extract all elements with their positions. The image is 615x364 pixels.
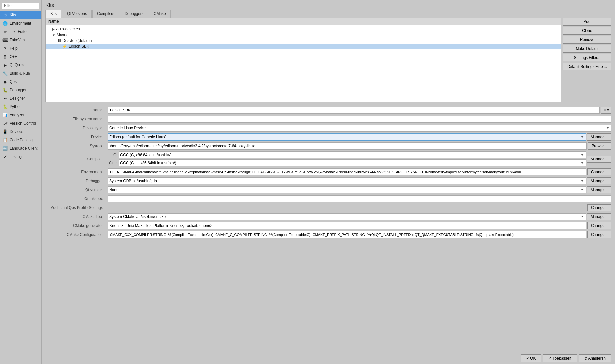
sidebar-item-language-client[interactable]: 🔤 Language Client: [0, 144, 41, 152]
fakevim-icon: ⌨: [3, 37, 8, 43]
device-type-select[interactable]: Generic Linux Device: [108, 125, 611, 132]
sidebar-item-designer[interactable]: ✒ Designer: [0, 94, 41, 102]
sysroot-browse-button[interactable]: Browse...: [588, 142, 611, 150]
text-editor-icon: ✏: [3, 29, 8, 34]
tree-item-desktop[interactable]: 🖥Desktop (default): [46, 38, 561, 44]
compiler-cpp-select[interactable]: GCC (C++, x86 64bit in /usr/bin/): [119, 159, 586, 166]
additional-qbs-label: Additional Qbs Profile Settings:: [45, 206, 106, 210]
sidebar-item-qt-quick[interactable]: ▶ Qt Quick: [0, 61, 41, 69]
sidebar-item-devices[interactable]: 📱 Devices: [0, 127, 41, 136]
sidebar-item-kits[interactable]: ⚙ Kits: [0, 11, 41, 19]
compiler-row: Compiler: C: GCC (C, x86 64bit in /usr/b…: [45, 151, 611, 166]
name-icon-button[interactable]: 🖥▾: [601, 107, 611, 114]
sysroot-input[interactable]: [108, 142, 587, 150]
cmake-config-change-button[interactable]: Change...: [587, 231, 611, 238]
cmake-config-input[interactable]: [108, 231, 586, 238]
build-run-icon: 🔧: [3, 71, 8, 76]
sidebar-item-label: Kits: [10, 13, 16, 17]
qt-mkspec-input[interactable]: [108, 195, 611, 202]
sidebar: ⚙ Kits🌐 Environment✏ Text Editor⌨ FakeVi…: [0, 0, 42, 364]
name-input[interactable]: [108, 107, 600, 114]
tab-kits[interactable]: Kits: [45, 10, 62, 18]
debugger-manage-button[interactable]: Manage...: [587, 177, 611, 184]
remove-button[interactable]: Remove: [563, 36, 611, 44]
environment-input[interactable]: [108, 168, 586, 175]
annuleren-button[interactable]: ⊘ Annuleren: [579, 354, 611, 362]
sidebar-item-analyzer[interactable]: 📊 Analyzer: [0, 111, 41, 119]
tree-item-manual[interactable]: ▼Manual: [46, 32, 561, 38]
sidebar-item-debugger[interactable]: 🐛 Debugger: [0, 86, 41, 94]
cmake-generator-input[interactable]: [108, 222, 586, 229]
devices-icon: 📱: [3, 129, 8, 134]
sidebar-item-label: Qt Quick: [10, 63, 25, 67]
cmake-generator-change-button[interactable]: Change...: [587, 222, 611, 229]
qt-version-label: Qt version:: [45, 188, 106, 192]
filter-input[interactable]: [2, 3, 39, 9]
add-button[interactable]: Add: [563, 18, 611, 26]
filesystem-name-input[interactable]: [108, 116, 611, 123]
qt-version-manage-button[interactable]: Manage...: [587, 186, 611, 193]
settings-filter-button[interactable]: Settings Filter...: [563, 54, 611, 61]
compiler-c-label: C:: [108, 153, 117, 157]
sidebar-item-testing[interactable]: ✔ Testing: [0, 152, 41, 161]
tree-item-auto-detected[interactable]: ▶Auto-detected: [46, 26, 561, 32]
additional-qbs-row: Additional Qbs Profile Settings: Change.…: [45, 204, 611, 211]
toepassen-button[interactable]: ✓ Toepassen: [543, 354, 577, 362]
tree-arrow: ▼: [52, 33, 55, 37]
tab-cmake[interactable]: CMake: [149, 10, 171, 18]
sidebar-item-environment[interactable]: 🌐 Environment: [0, 19, 41, 28]
debugger-icon: 🐛: [3, 87, 8, 93]
ok-button[interactable]: ✓ OK: [521, 354, 541, 362]
qt-version-row: Qt version: None Manage...: [45, 186, 611, 193]
sidebar-item-python[interactable]: 🐍 Python: [0, 102, 41, 111]
clone-button[interactable]: Clone: [563, 27, 611, 35]
sidebar-item-label: Designer: [10, 96, 25, 101]
main-content: Kits KitsQt VersionsCompilersDebuggersCM…: [42, 0, 615, 364]
debugger-select[interactable]: System GDB at /usr/bin/gdb: [108, 177, 586, 184]
qbs-icon: ◆: [3, 79, 8, 84]
sidebar-item-label: Testing: [10, 154, 22, 159]
tree-item-label: Edison SDK: [69, 44, 89, 49]
sysroot-label: Sysroot:: [45, 144, 106, 148]
sidebar-item-text-editor[interactable]: ✏ Text Editor: [0, 28, 41, 36]
compiler-manage-button[interactable]: Manage...: [587, 156, 611, 163]
sidebar-item-code-pasting[interactable]: 📋 Code Pasting: [0, 136, 41, 144]
version-control-icon: ⎇: [3, 121, 8, 126]
device-select[interactable]: Edison (default for Generic Linux): [108, 133, 586, 141]
sidebar-item-cpp[interactable]: {} C++: [0, 53, 41, 61]
qt-version-select[interactable]: None: [108, 186, 586, 193]
sidebar-item-fakevim[interactable]: ⌨ FakeVim: [0, 36, 41, 44]
environment-row: Environment: Change...: [45, 168, 611, 175]
designer-icon: ✒: [3, 96, 8, 101]
sidebar-item-build-run[interactable]: 🔧 Build & Run: [0, 69, 41, 77]
tab-compilers[interactable]: Compilers: [92, 10, 119, 18]
tab-debuggers[interactable]: Debuggers: [120, 10, 148, 18]
kit-tree: Name ▶Auto-detected▼Manual🖥Desktop (defa…: [45, 18, 561, 102]
name-row: Name: 🖥▾: [45, 107, 611, 114]
name-row-right: 🖥▾: [108, 107, 611, 114]
sidebar-item-qbs[interactable]: ◆ Qbs: [0, 77, 41, 86]
environment-change-button[interactable]: Change...: [587, 168, 611, 175]
cmake-tool-manage-button[interactable]: Manage...: [587, 213, 611, 220]
compiler-label: Compiler:: [45, 157, 106, 161]
additional-qbs-change-button[interactable]: Change...: [587, 204, 611, 211]
tab-qt-versions[interactable]: Qt Versions: [62, 10, 92, 18]
tree-item-edison-sdk[interactable]: ⚡Edison SDK: [46, 44, 561, 49]
make-default-button[interactable]: Make Default: [563, 45, 611, 53]
help-icon: ?: [3, 46, 8, 51]
compiler-cpp-row: C++: GCC (C++, x86 64bit in /usr/bin/): [108, 159, 586, 166]
sidebar-item-label: Devices: [10, 129, 23, 134]
compiler-c-select[interactable]: GCC (C, x86 64bit in /usr/bin/): [119, 151, 586, 158]
sidebar-item-version-control[interactable]: ⎇ Version Control: [0, 119, 41, 127]
default-settings-filter-button[interactable]: Default Settings Filter...: [563, 63, 611, 70]
tabs-bar: KitsQt VersionsCompilersDebuggersCMake: [42, 10, 615, 18]
device-row: Device: Edison (default for Generic Linu…: [45, 133, 611, 141]
cmake-generator-row: CMake generator: Change...: [45, 222, 611, 229]
sidebar-item-label: Help: [10, 46, 18, 51]
sidebar-item-help[interactable]: ? Help: [0, 44, 41, 53]
cmake-tool-select[interactable]: System CMake at /usr/bin/cmake: [108, 213, 586, 220]
device-manage-button[interactable]: Manage...: [587, 133, 611, 141]
compiler-group: C: GCC (C, x86 64bit in /usr/bin/) C++: …: [108, 151, 586, 166]
upper-section: Name ▶Auto-detected▼Manual🖥Desktop (defa…: [45, 18, 611, 102]
tree-item-label: Auto-detected: [56, 27, 80, 31]
